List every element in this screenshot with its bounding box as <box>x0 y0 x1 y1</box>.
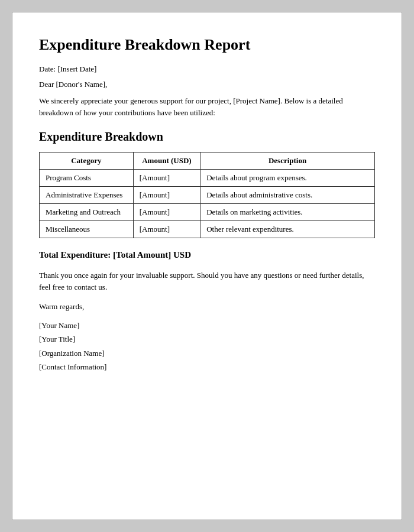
table-row: Program Costs[Amount]Details about progr… <box>40 170 375 187</box>
cell-amount: [Amount] <box>133 204 200 221</box>
total-expenditure: Total Expenditure: [Total Amount] USD <box>39 250 375 260</box>
cell-category: Miscellaneous <box>40 221 134 238</box>
cell-description: Details on marketing activities. <box>200 204 375 221</box>
warm-regards: Warm regards, <box>39 302 375 312</box>
report-title: Expenditure Breakdown Report <box>39 36 375 54</box>
signature-block: [Your Name] [Your Title] [Organization N… <box>39 319 375 374</box>
table-row: Marketing and Outreach[Amount]Details on… <box>40 204 375 221</box>
cell-description: Details about program expenses. <box>200 170 375 187</box>
cell-amount: [Amount] <box>133 221 200 238</box>
signature-organization: [Organization Name] <box>39 346 375 360</box>
signature-name: [Your Name] <box>39 319 375 332</box>
cell-category: Marketing and Outreach <box>40 204 134 221</box>
table-row: Miscellaneous[Amount]Other relevant expe… <box>40 221 375 238</box>
page-container: Expenditure Breakdown Report Date: [Inse… <box>12 12 402 520</box>
date-line: Date: [Insert Date] <box>39 64 375 74</box>
signature-contact: [Contact Information] <box>39 360 375 374</box>
signature-title: [Your Title] <box>39 332 375 346</box>
table-header-row: Category Amount (USD) Description <box>40 153 375 170</box>
section-title: Expenditure Breakdown <box>39 130 375 144</box>
table-row: Administrative Expenses[Amount]Details a… <box>40 187 375 204</box>
cell-description: Other relevant expenditures. <box>200 221 375 238</box>
cell-category: Program Costs <box>40 170 134 187</box>
cell-category: Administrative Expenses <box>40 187 134 204</box>
intro-paragraph: We sincerely appreciate your generous su… <box>39 95 375 118</box>
col-header-category: Category <box>40 153 134 170</box>
col-header-description: Description <box>200 153 375 170</box>
cell-description: Details about administrative costs. <box>200 187 375 204</box>
cell-amount: [Amount] <box>133 187 200 204</box>
col-header-amount: Amount (USD) <box>133 153 200 170</box>
salutation: Dear [Donor's Name], <box>39 80 375 89</box>
cell-amount: [Amount] <box>133 170 200 187</box>
closing-paragraph: Thank you once again for your invaluable… <box>39 270 375 293</box>
expenditure-table: Category Amount (USD) Description Progra… <box>39 152 375 238</box>
